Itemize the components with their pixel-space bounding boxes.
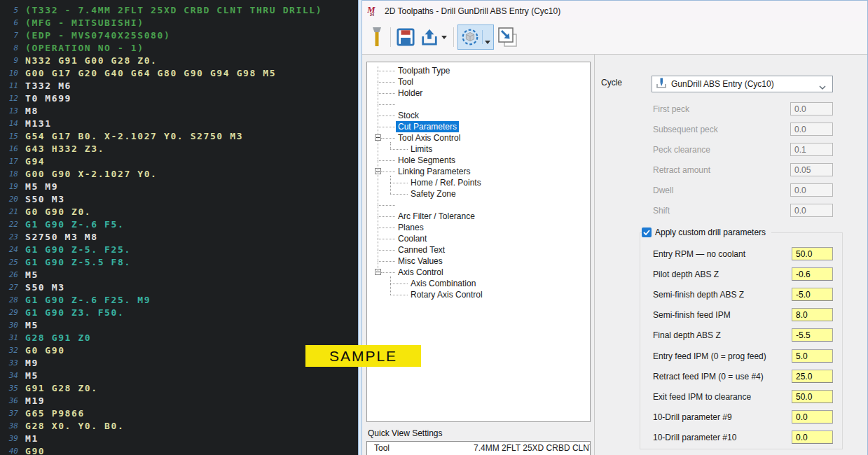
tree-item-arc-filter-tolerance[interactable]: Arc Filter / Tolerance: [367, 211, 590, 222]
label-semi-finish-depth-abs-z: Semi-finish depth ABS Z: [653, 290, 744, 300]
code-line[interactable]: 24G1 G90 Z-5. F25.: [0, 243, 358, 255]
tree-connector: [378, 104, 395, 105]
code-line[interactable]: 25G1 G90 Z-5.5 F8.: [0, 255, 358, 268]
code-text: (OPERATION NO - 1): [25, 43, 144, 53]
code-line[interactable]: 35G91 G28 Z0.: [0, 382, 358, 394]
code-line[interactable]: 17G94: [0, 155, 358, 167]
code-line[interactable]: 39M1: [0, 432, 358, 444]
export-dropdown-button[interactable]: [439, 25, 449, 49]
view-cube-split-button[interactable]: [457, 24, 494, 50]
code-line[interactable]: 40G90: [0, 444, 358, 455]
code-line[interactable]: 36M19: [0, 394, 358, 407]
field-exit-feed-ipm-to-clearance[interactable]: [792, 390, 833, 403]
code-line[interactable]: 21G0 G90 Z0.: [0, 205, 358, 218]
tree-item-limits[interactable]: Limits: [367, 144, 590, 155]
tree-item-coolant[interactable]: Coolant: [367, 233, 590, 244]
apply-custom-params-label: Apply custom drill parameters: [655, 227, 766, 237]
tree-item-home-ref-points[interactable]: Home / Ref. Points: [367, 177, 590, 188]
toolpath-tree[interactable]: Toolpath TypeToolHolderStockCut Paramete…: [366, 62, 591, 422]
code-editor[interactable]: 5(T332 - 7.4MM 2FLT 25XD CRBD CLNT THRU …: [0, 0, 358, 455]
line-number: 24: [0, 245, 18, 254]
tree-connector: [390, 194, 408, 195]
code-line[interactable]: 7(EDP - MVS0740X25S080): [0, 29, 358, 41]
code-line[interactable]: 18G00 G90 X-2.1027 Y0.: [0, 167, 358, 180]
line-number: 26: [0, 270, 18, 279]
code-line[interactable]: 22G1 G90 Z-.6 F5.: [0, 218, 358, 230]
tree-item-label: Hole Segments: [398, 155, 455, 166]
field-10-drill-parameter-9[interactable]: [792, 410, 833, 424]
code-line[interactable]: 9N332 G91 G00 G28 Z0.: [0, 54, 358, 66]
code-line[interactable]: 29G1 G90 Z3. F50.: [0, 306, 358, 318]
field-semi-finish-depth-abs-z[interactable]: [792, 288, 833, 301]
field-10-drill-parameter-10[interactable]: [792, 430, 833, 444]
view-cube-dropdown-button[interactable]: [482, 30, 492, 44]
apply-custom-params-checkbox-row[interactable]: Apply custom drill parameters: [642, 225, 771, 239]
code-line[interactable]: 5(T332 - 7.4MM 2FLT 25XD CRBD CLNT THRU …: [0, 4, 358, 16]
code-line[interactable]: 20S50 M3: [0, 192, 358, 205]
tree-item-planes[interactable]: Planes: [367, 222, 590, 233]
tree-connector: [378, 250, 395, 251]
tree-item-cut-parameters[interactable]: Cut Parameters: [367, 121, 590, 132]
tree-item-canned-text[interactable]: Canned Text: [367, 244, 590, 255]
line-number: 13: [0, 106, 18, 115]
code-line[interactable]: 32G0 G90: [0, 344, 358, 356]
tree-connector: [378, 216, 395, 217]
quick-view-box[interactable]: Tool 7.4MM 2FLT 25XD CRBD CLNT: [366, 441, 591, 455]
swap-window-button[interactable]: [497, 25, 519, 49]
tree-item-misc-values[interactable]: Misc Values: [367, 255, 590, 267]
tree-item-hole-segments[interactable]: Hole Segments: [367, 155, 590, 166]
cycle-dropdown[interactable]: GunDrill ABS Entry (Cyc10): [652, 76, 833, 92]
tree-item-label: Coolant: [398, 233, 427, 244]
tree-connector: [390, 149, 408, 150]
tree-item-holder[interactable]: Holder: [367, 88, 590, 99]
tree-item-tool[interactable]: Tool: [367, 76, 590, 88]
export-button[interactable]: [419, 25, 440, 49]
code-line[interactable]: 38G28 X0. Y0. B0.: [0, 419, 358, 432]
field-entry-feed-ipm-0-prog-feed[interactable]: [792, 349, 833, 363]
code-line[interactable]: 12T0 M699: [0, 92, 358, 104]
code-line[interactable]: 30M5: [0, 318, 358, 331]
code-line[interactable]: 34M5: [0, 369, 358, 382]
field-entry-rpm-no-coolant[interactable]: [792, 247, 833, 260]
code-line[interactable]: 15G54 G17 B0. X-2.1027 Y0. S2750 M3: [0, 130, 358, 142]
tree-item-linking-parameters[interactable]: Linking Parameters: [367, 166, 590, 177]
tree-item-rotary-axis-control[interactable]: Rotary Axis Control: [367, 289, 590, 300]
view-cube-button[interactable]: [458, 27, 482, 47]
tree-item-toolpath-type[interactable]: Toolpath Type: [367, 65, 590, 76]
tree-item-label: Axis Combination: [411, 278, 476, 289]
quick-view-row[interactable]: Tool 7.4MM 2FLT 25XD CRBD CLNT: [367, 443, 590, 454]
code-line[interactable]: 13M8: [0, 104, 358, 117]
code-line[interactable]: 6(MFG - MITSUBISHI): [0, 16, 358, 29]
code-line[interactable]: 8(OPERATION NO - 1): [0, 41, 358, 54]
code-line[interactable]: 26M5: [0, 268, 358, 281]
chevron-down-icon: [485, 41, 490, 44]
field-semi-finish-feed-ipm[interactable]: [792, 308, 833, 321]
label-shift: Shift: [653, 206, 670, 216]
code-line[interactable]: 16G43 H332 Z3.: [0, 142, 358, 155]
tree-connector: [390, 183, 408, 183]
tree-item-axis-combination[interactable]: Axis Combination: [367, 278, 590, 289]
quick-view-row-value: 7.4MM 2FLT 25XD CRBD CLNT: [474, 443, 591, 453]
code-line[interactable]: 11T332 M6: [0, 79, 358, 92]
tree-item-safety-zone[interactable]: Safety Zone: [367, 188, 590, 200]
save-button[interactable]: [395, 25, 416, 49]
field-final-depth-abs-z[interactable]: [792, 328, 833, 342]
code-line[interactable]: 31G28 G91 Z0: [0, 331, 358, 344]
code-text: G43 H332 Z3.: [25, 144, 104, 154]
tree-item-stock[interactable]: Stock: [367, 110, 590, 121]
code-line[interactable]: 10G00 G17 G20 G40 G64 G80 G90 G94 G98 M5: [0, 66, 358, 79]
field-pilot-depth-abs-z[interactable]: [792, 267, 833, 281]
field-retract-feed-ipm-0-use-4[interactable]: [792, 370, 833, 383]
dialog-titlebar[interactable]: M 24 2D Toolpaths - Drill GunDrill ABS E…: [362, 1, 867, 22]
code-line[interactable]: 23S2750 M3 M8: [0, 230, 358, 243]
code-line[interactable]: 37G65 P9866: [0, 407, 358, 419]
tree-item-axis-control[interactable]: Axis Control: [367, 267, 590, 278]
tool-preview-button[interactable]: [368, 25, 386, 49]
code-line[interactable]: 33M9: [0, 356, 358, 369]
code-line[interactable]: 27S50 M3: [0, 281, 358, 293]
tree-item-tool-axis-control[interactable]: Tool Axis Control: [367, 132, 590, 144]
checkbox-checked-icon[interactable]: [642, 227, 652, 237]
code-line[interactable]: 28G1 G90 Z-.6 F25. M9: [0, 293, 358, 306]
code-line[interactable]: 19M5 M9: [0, 180, 358, 192]
code-line[interactable]: 14M131: [0, 117, 358, 130]
